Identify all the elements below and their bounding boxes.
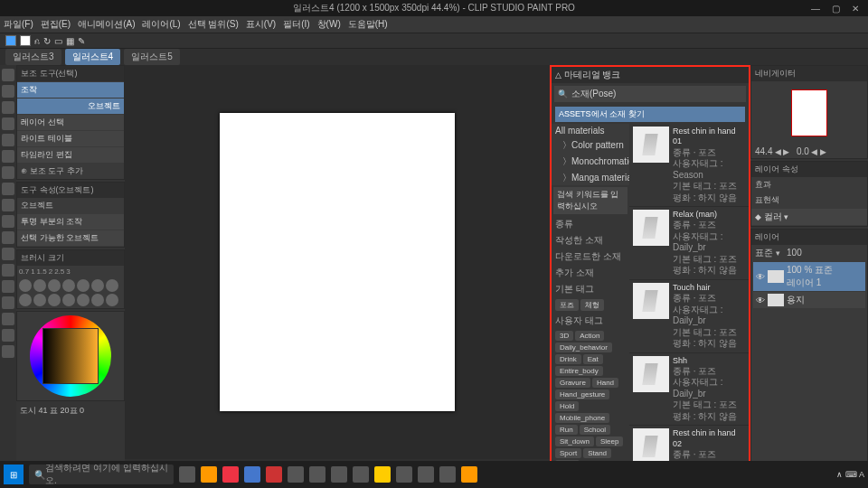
tag[interactable]: Mobile_phone <box>555 413 609 423</box>
taskbar-app-icon[interactable] <box>461 466 477 483</box>
brush-icon[interactable] <box>2 183 14 195</box>
tag[interactable]: Hand_gesture <box>555 389 609 399</box>
taskbar-app-icon[interactable] <box>179 466 195 483</box>
start-button[interactable]: ⊞ <box>4 465 24 484</box>
tab-doc-active[interactable]: 일러스트4 <box>65 49 121 65</box>
color-wheel[interactable] <box>30 315 111 397</box>
tag[interactable]: Sport <box>555 448 581 458</box>
tag[interactable]: Action <box>575 331 604 341</box>
figure-icon[interactable] <box>2 296 14 309</box>
menu-selection[interactable]: 선택 범위(S) <box>188 18 239 31</box>
taskbar-app-icon[interactable] <box>309 466 326 483</box>
decoration-icon[interactable] <box>2 215 14 228</box>
material-item[interactable]: Shh종류 · 포즈사용자태그 : Daily_br기본 태그 : 포즈평화 :… <box>629 353 749 427</box>
lasso-icon[interactable] <box>2 117 14 130</box>
menu-edit[interactable]: 편집(E) <box>41 18 71 31</box>
tool-icon[interactable]: ▦ <box>66 36 74 46</box>
brush-preset[interactable] <box>91 294 104 306</box>
tag[interactable]: 3D <box>555 331 573 341</box>
taskbar-app-icon[interactable] <box>331 466 347 483</box>
color-swatch-bg[interactable] <box>20 35 31 46</box>
tag[interactable]: 체형 <box>580 299 604 311</box>
airbrush-icon[interactable] <box>2 199 14 211</box>
taskbar-app-icon[interactable] <box>418 466 434 483</box>
tag-row[interactable]: 작성한 소재 <box>552 232 629 249</box>
layer-row[interactable]: 👁100 % 표준레이어 1 <box>753 262 865 291</box>
eye-icon[interactable]: 👁 <box>756 272 765 282</box>
blend-mode[interactable]: 표준 <box>755 248 773 258</box>
tag[interactable]: Entire_body <box>555 366 603 376</box>
menu-help[interactable]: 도움말(H) <box>348 18 388 31</box>
brush-preset[interactable] <box>91 279 104 292</box>
add-subtool[interactable]: ⊕ 보조 도구 추가 <box>17 164 124 179</box>
ruler-icon[interactable] <box>2 345 14 358</box>
menu-file[interactable]: 파일(F) <box>4 18 33 31</box>
tool-icon[interactable]: ⎌ <box>34 36 40 46</box>
color-mode[interactable]: ◆ 컬러 ▾ <box>751 209 867 225</box>
tree-item[interactable]: 〉Color pattern <box>552 137 629 154</box>
keyword-search[interactable]: 검색 키워드를 입력하십시오 <box>553 187 627 214</box>
brush-preset[interactable] <box>106 294 118 306</box>
eye-icon[interactable]: 👁 <box>756 296 765 305</box>
menu-view[interactable]: 표시(V) <box>246 18 276 31</box>
menu-window[interactable]: 창(W) <box>317 18 341 31</box>
tag[interactable]: Stand <box>583 448 611 458</box>
taskbar-app-icon[interactable] <box>288 466 304 483</box>
tool-icon[interactable]: ↻ <box>43 36 51 46</box>
tree-item[interactable]: 〉Monochromatic pattern <box>552 154 629 170</box>
opacity[interactable]: 100 <box>787 248 802 258</box>
subtool-row[interactable]: 라이트 테이블 <box>17 131 124 146</box>
brush-preset[interactable] <box>77 294 90 306</box>
brush-preset[interactable] <box>19 279 32 292</box>
subtool-row[interactable]: 오브젝트 <box>17 99 124 114</box>
brush-preset[interactable] <box>106 279 118 292</box>
move-icon[interactable] <box>2 85 14 98</box>
blend-icon[interactable] <box>2 248 14 260</box>
tag[interactable]: Eat <box>583 354 603 364</box>
taskbar-app-icon[interactable] <box>374 466 391 483</box>
taskbar-app-icon[interactable] <box>244 466 260 483</box>
material-item[interactable]: Relax (man)종류 · 포즈사용자태그 : Daily_br기본 태그 … <box>629 207 749 280</box>
fill-icon[interactable] <box>2 264 14 277</box>
brush-preset[interactable] <box>48 294 61 306</box>
brush-preset[interactable] <box>48 279 61 292</box>
pen-icon[interactable] <box>2 166 14 179</box>
eyedropper-icon[interactable] <box>2 150 14 163</box>
tree-item[interactable]: 〉Manga material <box>552 170 629 185</box>
brush-preset[interactable] <box>62 279 75 292</box>
tool-icon[interactable]: ▭ <box>54 36 62 46</box>
tag-row[interactable]: 추가 소재 <box>552 265 629 281</box>
taskbar-app-icon[interactable] <box>439 466 456 483</box>
material-search-bar[interactable]: 🔍 소재(Pose) <box>554 86 746 102</box>
tag[interactable]: School <box>580 425 610 435</box>
assets-search-button[interactable]: ASSETS에서 소재 찾기 <box>555 107 745 122</box>
close-icon[interactable]: ✕ <box>846 4 864 14</box>
taskbar-app-icon[interactable] <box>222 466 239 483</box>
tag[interactable]: Drink <box>555 354 581 364</box>
tag[interactable]: Hand <box>592 378 618 388</box>
magnifier-icon[interactable] <box>2 69 14 81</box>
brush-preset[interactable] <box>19 294 32 306</box>
menu-animation[interactable]: 애니메이션(A) <box>78 18 135 31</box>
color-swatch[interactable] <box>5 35 16 46</box>
canvas-viewport[interactable] <box>125 65 550 459</box>
menu-layer[interactable]: 레이어(L) <box>142 18 180 31</box>
navigator[interactable] <box>751 81 867 145</box>
taskbar-app-icon[interactable] <box>353 466 369 483</box>
tag[interactable]: Sleep <box>596 436 623 446</box>
marquee-icon[interactable] <box>2 101 14 114</box>
tag[interactable]: Daily_behavior <box>555 343 612 352</box>
material-item[interactable]: Touch hair종류 · 포즈사용자태그 : Daily_br기본 태그 :… <box>629 280 749 353</box>
tool-icon[interactable]: ✎ <box>78 36 85 46</box>
balloon-icon[interactable] <box>2 329 14 342</box>
taskbar-app-icon[interactable] <box>396 466 412 483</box>
tag[interactable]: Gravure <box>555 378 590 388</box>
taskbar-search[interactable]: 🔍 검색하려면 여기에 입력하십시오. <box>29 465 174 484</box>
brush-preset[interactable] <box>77 279 90 292</box>
layer-row[interactable]: 👁용지 <box>753 292 865 308</box>
tab-doc[interactable]: 일러스트3 <box>5 49 61 65</box>
subtool-row[interactable]: 타임라인 편집 <box>17 147 124 163</box>
maximize-icon[interactable]: ▢ <box>826 4 844 14</box>
minimize-icon[interactable]: — <box>807 4 825 14</box>
material-item[interactable]: Rest chin in hand 01종류 · 포즈사용자태그 : Seaso… <box>629 124 749 207</box>
